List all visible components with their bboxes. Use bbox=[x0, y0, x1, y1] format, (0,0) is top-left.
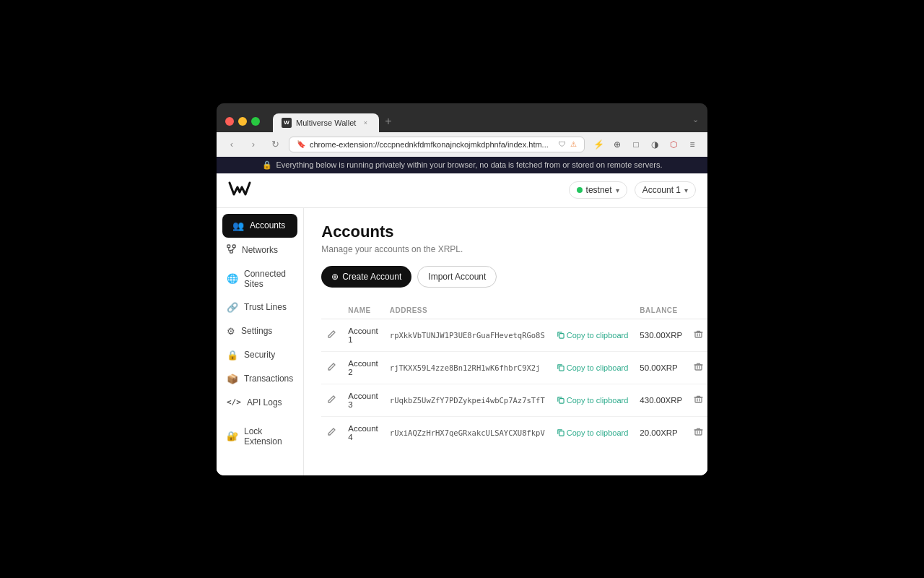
forward-button[interactable]: › bbox=[245, 137, 261, 152]
browser-toolbar: ‹ › ↻ 🔖 chrome-extension://cccpnednkfdmf… bbox=[217, 132, 707, 157]
account-name-3: Account 4 bbox=[342, 416, 384, 449]
network-selector[interactable]: testnet ▾ bbox=[569, 181, 627, 199]
sidebar-item-accounts[interactable]: 👥 Accounts bbox=[222, 214, 297, 238]
col-header-delete bbox=[688, 302, 707, 319]
sidebar-item-api-logs-label: API Logs bbox=[247, 397, 282, 407]
header-right: testnet ▾ Account 1 ▾ bbox=[569, 181, 696, 199]
maximize-button[interactable] bbox=[251, 117, 260, 126]
account-balance-2: 430.00XRP bbox=[634, 384, 688, 416]
sidebar-item-settings-label: Settings bbox=[241, 326, 272, 336]
action-buttons: ⊕ Create Account Import Account bbox=[321, 266, 707, 288]
table-row: Account 1 rpXkkVbTUNJW1P3UE8rGuaFHevetqR… bbox=[321, 319, 707, 351]
sidebar-item-trust-lines[interactable]: 🔗 Trust Lines bbox=[217, 296, 303, 319]
create-icon: ⊕ bbox=[331, 272, 339, 282]
close-button[interactable] bbox=[225, 117, 234, 126]
delete-cell-0 bbox=[688, 319, 707, 351]
import-account-button[interactable]: Import Account bbox=[417, 266, 497, 288]
minimize-button[interactable] bbox=[238, 117, 247, 126]
browser-window: W Multiverse Wallet × + ⌄ ‹ › ↻ 🔖 chrome… bbox=[217, 103, 707, 475]
sidebar-item-api-logs[interactable]: </> API Logs bbox=[217, 391, 303, 414]
tab-close-button[interactable]: × bbox=[360, 118, 370, 128]
edit-icon-1[interactable] bbox=[327, 363, 336, 374]
extension-icon-1[interactable]: ⚡ bbox=[590, 137, 606, 152]
delete-icon-3[interactable] bbox=[694, 428, 703, 439]
sidebar-item-security-label: Security bbox=[244, 350, 275, 360]
address-bar[interactable]: 🔖 chrome-extension://cccpnednkfdmfkonajn… bbox=[289, 137, 585, 152]
account-address-2: rUqkbZ5UwZfY7PDZykpei4wbCp7Az7sTfT bbox=[384, 384, 551, 416]
svg-rect-10 bbox=[695, 365, 702, 370]
copy-icon-1 bbox=[557, 363, 565, 371]
extension-icon-4[interactable]: ◑ bbox=[647, 137, 663, 152]
delete-cell-1 bbox=[688, 351, 707, 384]
multiverse-wallet-icon[interactable]: ⬡ bbox=[666, 137, 681, 152]
edit-cell-2 bbox=[321, 384, 342, 416]
delete-cell-2 bbox=[688, 384, 707, 416]
sidebar-item-lock-extension[interactable]: 🔐 Lock Extension bbox=[217, 420, 303, 453]
address-bar-warn-icon: ⚠ bbox=[570, 140, 577, 148]
delete-cell-3 bbox=[688, 416, 707, 449]
back-button[interactable]: ‹ bbox=[224, 137, 240, 152]
copy-to-clipboard-button-1[interactable]: Copy to clipboard bbox=[557, 363, 629, 372]
svg-rect-13 bbox=[559, 431, 563, 436]
copy-cell-1: Copy to clipboard bbox=[551, 351, 635, 384]
settings-icon: ⚙ bbox=[227, 326, 235, 337]
logo-svg bbox=[228, 181, 251, 197]
security-bar-message: Everything below is running privately wi… bbox=[276, 160, 663, 169]
address-text-3: rUxiAQZzHrHX7qeGRxakcULSAYCXU8fkpV bbox=[390, 428, 545, 437]
table-header: NAME ADDRESS BALANCE bbox=[321, 302, 707, 319]
account-address-1: rjTKXX59L4zze8Bn12RH1wK6fhbrC9X2j bbox=[384, 351, 551, 384]
copy-to-clipboard-button-2[interactable]: Copy to clipboard bbox=[557, 396, 629, 405]
networks-icon bbox=[227, 244, 236, 256]
delete-icon-2[interactable] bbox=[694, 395, 703, 406]
edit-icon-2[interactable] bbox=[327, 396, 336, 406]
account-selector[interactable]: Account 1 ▾ bbox=[635, 181, 696, 199]
col-header-balance: BALANCE bbox=[634, 302, 688, 319]
accounts-table: NAME ADDRESS BALANCE Account 1 bbox=[321, 302, 707, 449]
create-account-button[interactable]: ⊕ Create Account bbox=[321, 266, 411, 288]
sidebar: 👥 Accounts Networks 🌐 Connected Sites 🔗 … bbox=[217, 208, 304, 475]
network-status-dot bbox=[577, 187, 583, 193]
col-header-copy bbox=[551, 302, 635, 319]
window-controls: ⌄ bbox=[684, 115, 699, 127]
sidebar-item-networks[interactable]: Networks bbox=[217, 238, 303, 262]
reload-button[interactable]: ↻ bbox=[267, 137, 283, 152]
security-icon: 🔒 bbox=[227, 350, 238, 361]
svg-rect-8 bbox=[695, 332, 702, 337]
edit-icon-0[interactable] bbox=[327, 331, 336, 341]
edit-cell-3 bbox=[321, 416, 342, 449]
sidebar-item-security[interactable]: 🔒 Security bbox=[217, 343, 303, 367]
connected-sites-icon: 🌐 bbox=[227, 273, 238, 284]
copy-to-clipboard-button-3[interactable]: Copy to clipboard bbox=[557, 428, 629, 437]
menu-icon[interactable]: ≡ bbox=[684, 137, 700, 152]
import-account-label: Import Account bbox=[428, 272, 486, 282]
account-selector-label: Account 1 bbox=[642, 185, 681, 195]
account-chevron-icon: ▾ bbox=[684, 186, 688, 194]
account-address-0: rpXkkVbTUNJW1P3UE8rGuaFHevetqRGo8S bbox=[384, 319, 551, 351]
copy-icon-2 bbox=[557, 396, 565, 404]
edit-icon-3[interactable] bbox=[327, 428, 336, 439]
sidebar-item-transactions-label: Transactions bbox=[244, 374, 293, 384]
tab-bar: W Multiverse Wallet × + bbox=[273, 111, 679, 132]
address-bar-lock-icon: 🛡 bbox=[559, 140, 566, 148]
sidebar-item-lock-extension-label: Lock Extension bbox=[244, 426, 293, 447]
account-name-1: Account 2 bbox=[342, 351, 384, 384]
delete-icon-0[interactable] bbox=[694, 330, 703, 341]
active-tab[interactable]: W Multiverse Wallet × bbox=[273, 113, 379, 132]
sidebar-item-connected-sites[interactable]: 🌐 Connected Sites bbox=[217, 262, 303, 296]
address-text-1: rjTKXX59L4zze8Bn12RH1wK6fhbrC9X2j bbox=[390, 363, 541, 372]
svg-rect-1 bbox=[232, 244, 235, 247]
extension-icon-2[interactable]: ⊕ bbox=[609, 137, 625, 152]
new-tab-button[interactable]: + bbox=[379, 111, 397, 132]
extension-icon-3[interactable]: □ bbox=[628, 137, 644, 152]
sidebar-item-transactions[interactable]: 📦 Transactions bbox=[217, 367, 303, 391]
address-bar-bookmark-icon: 🔖 bbox=[297, 140, 305, 148]
sidebar-item-trust-lines-label: Trust Lines bbox=[244, 302, 287, 312]
delete-icon-1[interactable] bbox=[694, 363, 703, 374]
app-header: testnet ▾ Account 1 ▾ bbox=[217, 173, 707, 208]
copy-to-clipboard-button-0[interactable]: Copy to clipboard bbox=[557, 331, 629, 340]
col-header-address: ADDRESS bbox=[384, 302, 551, 319]
svg-rect-12 bbox=[695, 397, 702, 402]
sidebar-item-settings[interactable]: ⚙ Settings bbox=[217, 319, 303, 343]
address-bar-text: chrome-extension://cccpnednkfdmfkonajnck… bbox=[310, 140, 554, 149]
create-account-label: Create Account bbox=[342, 272, 401, 282]
